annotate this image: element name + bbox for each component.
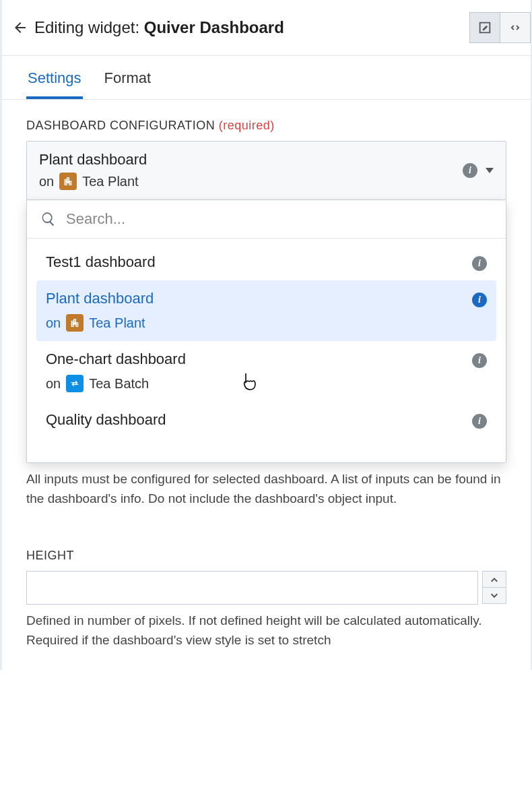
height-section: HEIGHT Defined in number of pixels. If n… [2, 508, 531, 650]
dashboard-config-help: All inputs must be configured for select… [26, 470, 506, 508]
info-icon[interactable]: i [463, 163, 477, 178]
visual-editor-button[interactable] [469, 12, 500, 43]
option-object-name: Tea Batch [89, 376, 149, 392]
tab-settings[interactable]: Settings [26, 65, 83, 99]
building-icon [66, 314, 84, 332]
height-stepper [482, 571, 506, 605]
widget-name: Quiver Dashboard [144, 18, 284, 36]
option-title: Quality dashboard [46, 411, 464, 429]
edit-box-icon [477, 20, 492, 35]
info-icon[interactable]: i [472, 353, 487, 368]
building-icon [59, 173, 77, 190]
tabs: Settings Format [2, 56, 531, 100]
option-title: One-chart dashboard [46, 350, 464, 368]
height-input[interactable] [26, 571, 478, 605]
height-step-down[interactable] [482, 587, 506, 604]
arrows-icon [66, 375, 84, 392]
back-button[interactable] [6, 13, 34, 42]
dropdown-peek [27, 444, 506, 462]
dashboard-dropdown: Test1 dashboard i Plant dashboard on Tea… [26, 200, 506, 463]
dropdown-search-row [27, 200, 506, 239]
selected-dashboard-title: Plant dashboard [39, 151, 463, 169]
chevron-up-icon [490, 576, 498, 584]
option-on-label: on [46, 376, 61, 392]
height-help: Defined in number of pixels. If not defi… [26, 611, 506, 650]
selected-on-label: on [39, 174, 54, 189]
page-title: Editing widget: Quiver Dashboard [34, 18, 469, 37]
info-icon[interactable]: i [472, 293, 487, 307]
height-label: HEIGHT [26, 549, 506, 563]
chevron-down-icon [486, 168, 494, 173]
option-object-name: Tea Plant [89, 315, 145, 331]
dropdown-option[interactable]: Test1 dashboard i [36, 244, 496, 280]
dropdown-option[interactable]: Quality dashboard i [36, 402, 496, 438]
code-editor-button[interactable] [500, 12, 531, 43]
dashboard-config-label: DASHBOARD CONFIGURATION (required) [26, 119, 506, 133]
dashboard-config-label-text: DASHBOARD CONFIGURATION [26, 119, 215, 132]
tab-format[interactable]: Format [103, 65, 153, 99]
option-title: Plant dashboard [46, 290, 464, 307]
selected-object-name: Tea Plant [82, 174, 138, 189]
widget-editor-header: Editing widget: Quiver Dashboard [2, 0, 531, 56]
info-icon[interactable]: i [472, 414, 487, 429]
height-step-up[interactable] [482, 571, 506, 588]
dropdown-option[interactable]: Plant dashboard on Tea Plant i [36, 280, 496, 341]
dropdown-search-input[interactable] [65, 210, 492, 228]
option-title: Test1 dashboard [46, 253, 464, 271]
required-tag: (required) [219, 119, 275, 132]
dashboard-config-section: DASHBOARD CONFIGURATION (required) Plant… [2, 100, 531, 508]
chevron-down-icon [490, 592, 498, 600]
arrow-left-icon [12, 20, 28, 36]
dropdown-options: Test1 dashboard i Plant dashboard on Tea… [27, 239, 506, 444]
search-icon [40, 211, 57, 227]
title-prefix: Editing widget: [34, 18, 144, 36]
option-on-label: on [46, 315, 61, 331]
code-icon [508, 20, 523, 35]
dashboard-select[interactable]: Plant dashboard on Tea Plant i [26, 141, 506, 200]
dropdown-option[interactable]: One-chart dashboard on Tea Batch i [36, 341, 496, 402]
info-icon[interactable]: i [472, 256, 487, 271]
